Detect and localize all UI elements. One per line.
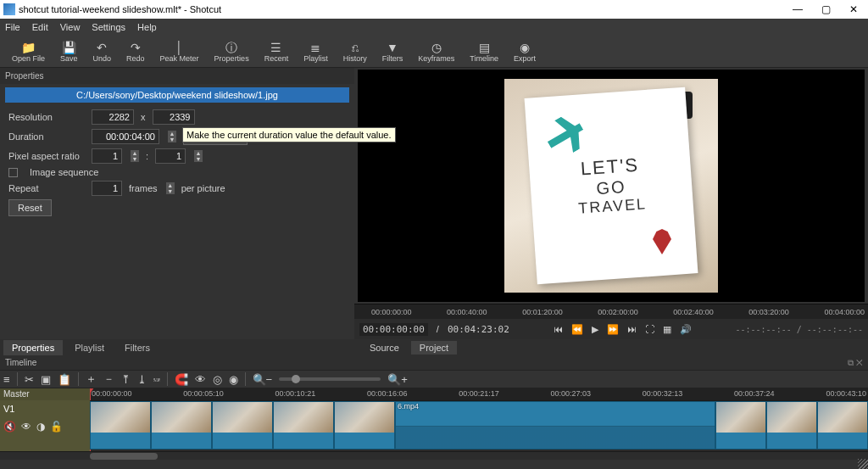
- toolbar-open-file[interactable]: 📁Open File: [5, 39, 52, 64]
- source-file-path: C:/Users/sony/Desktop/weekend slideshow/…: [5, 87, 349, 103]
- toolbar-keyframes[interactable]: ◷Keyframes: [411, 39, 461, 64]
- save-icon: 💾: [62, 41, 76, 54]
- tracks-area[interactable]: 00:00:00:00 00:00:05:10 00:00:10:21 00:0…: [90, 388, 868, 451]
- clip-3[interactable]: [212, 401, 273, 449]
- tl-menu-button[interactable]: ≡: [3, 373, 10, 386]
- menu-help[interactable]: Help: [137, 22, 157, 32]
- rewind-button[interactable]: ⏪: [571, 324, 583, 335]
- track-v1[interactable]: V1 🔇 👁 ◑ 🔓: [0, 400, 90, 451]
- play-button[interactable]: ▶: [592, 324, 598, 335]
- clip-2[interactable]: [151, 401, 212, 449]
- preview-viewport[interactable]: LET'S GO TRAVEL: [358, 70, 865, 302]
- tl-scrub-button[interactable]: 👁: [195, 373, 206, 386]
- zoom-button[interactable]: ⛶: [645, 324, 654, 335]
- tab-project[interactable]: Project: [411, 341, 457, 355]
- track-master[interactable]: Master: [0, 388, 90, 400]
- preview-text-1: LET'S: [580, 154, 640, 181]
- skip-next-button[interactable]: ⏭: [627, 324, 637, 335]
- tab-filters[interactable]: Filters: [116, 340, 159, 355]
- grid-button[interactable]: ▦: [663, 324, 671, 335]
- track-hide-icon[interactable]: 👁: [21, 421, 31, 433]
- par-a-field[interactable]: 1: [92, 148, 122, 164]
- filters-icon: ▼: [387, 41, 398, 54]
- par-label: Pixel aspect ratio: [8, 151, 85, 161]
- resolution-height: 2339: [153, 109, 195, 125]
- track-lock-icon[interactable]: 🔓: [50, 421, 63, 433]
- window-title: shotcut tutorial-weekend slideshow.mlt* …: [19, 4, 221, 14]
- smpte-display: --:--:--:-- / --:--:--:--: [735, 325, 863, 334]
- volume-button[interactable]: 🔊: [680, 324, 692, 335]
- clip-4[interactable]: [273, 401, 334, 449]
- redo-icon: ↷: [131, 41, 141, 54]
- clip-6[interactable]: 6.mp4: [395, 401, 715, 449]
- image-sequence-checkbox[interactable]: [8, 168, 18, 177]
- repeat-field[interactable]: 1: [92, 181, 122, 196]
- total-time: 00:04:23:02: [448, 324, 509, 335]
- clip-7[interactable]: [715, 401, 766, 449]
- timeline-ruler[interactable]: 00:00:00:00 00:00:05:10 00:00:10:21 00:0…: [90, 388, 868, 400]
- skip-prev-button[interactable]: ⏮: [554, 324, 563, 335]
- repeat-spinner[interactable]: ▲▼: [166, 182, 175, 194]
- timeline-pop-out[interactable]: ⧉ ✕: [848, 358, 863, 368]
- tl-ripple-button[interactable]: ◎: [213, 373, 222, 386]
- toolbar-timeline[interactable]: ▤Timeline: [463, 39, 505, 64]
- tab-source[interactable]: Source: [361, 341, 408, 355]
- par-b-spinner[interactable]: ▲▼: [194, 150, 203, 162]
- tl-copy-button[interactable]: ▣: [41, 373, 51, 386]
- keyframes-icon: ◷: [431, 41, 442, 54]
- tl-zoom-slider[interactable]: [279, 377, 381, 381]
- toolbar-filters[interactable]: ▼Filters: [376, 39, 410, 64]
- tl-overwrite-button[interactable]: ⤓: [137, 373, 147, 386]
- par-a-spinner[interactable]: ▲▼: [131, 150, 139, 162]
- resize-grip[interactable]: [858, 459, 868, 469]
- export-icon: ◉: [520, 41, 530, 54]
- tl-cut-button[interactable]: ✂: [25, 373, 34, 386]
- toolbar-undo[interactable]: ↶Undo: [86, 39, 119, 64]
- tl-snap-button[interactable]: 🧲: [175, 373, 188, 386]
- tl-ripple-all-button[interactable]: ◉: [229, 373, 238, 386]
- duration-field[interactable]: 00:00:04:00: [92, 129, 159, 144]
- toolbar-playlist[interactable]: ≣Playlist: [297, 39, 335, 64]
- timeline-hscrollbar[interactable]: [0, 451, 868, 460]
- tl-zoom-out-button[interactable]: 🔍−: [253, 373, 273, 386]
- preview-panel: LET'S GO TRAVEL 00:00:00:00 00:00:40:00 …: [354, 68, 868, 356]
- track-composite-icon[interactable]: ◑: [36, 421, 45, 433]
- info-icon: ⓘ: [225, 41, 237, 54]
- track-headers: Master V1 🔇 👁 ◑ 🔓: [0, 388, 90, 451]
- toolbar-save[interactable]: 💾Save: [53, 39, 85, 64]
- tl-zoom-in-button[interactable]: 🔍+: [387, 373, 408, 386]
- clip-1[interactable]: [90, 401, 151, 449]
- tl-lift-button[interactable]: ⤒: [121, 373, 131, 386]
- toolbar-redo[interactable]: ↷Redo: [120, 39, 152, 64]
- clip-5[interactable]: [334, 401, 395, 449]
- toolbar-peak-meter[interactable]: │Peak Meter: [153, 39, 206, 64]
- duration-spinner[interactable]: ▲▼: [168, 131, 176, 142]
- preview-ruler[interactable]: 00:00:00:00 00:00:40:00 00:01:20:00 00:0…: [354, 304, 868, 319]
- track-mute-icon[interactable]: 🔇: [3, 421, 16, 433]
- tl-paste-button[interactable]: 📋: [58, 373, 71, 386]
- menu-view[interactable]: View: [60, 22, 81, 32]
- toolbar-history[interactable]: ⎌History: [337, 39, 374, 64]
- toolbar-properties[interactable]: ⓘProperties: [208, 39, 256, 64]
- toolbar-recent[interactable]: ☰Recent: [258, 39, 296, 64]
- fast-forward-button[interactable]: ⏩: [607, 324, 619, 335]
- tab-properties[interactable]: Properties: [3, 340, 63, 355]
- menu-settings[interactable]: Settings: [92, 22, 125, 32]
- tl-remove-button[interactable]: －: [103, 371, 114, 387]
- maximize-button[interactable]: ▢: [821, 3, 831, 15]
- tl-split-button[interactable]: ⎃: [153, 373, 160, 386]
- playlist-icon: ≣: [310, 41, 320, 54]
- clip-8[interactable]: [766, 401, 817, 449]
- tab-playlist[interactable]: Playlist: [66, 340, 113, 355]
- toolbar-export[interactable]: ◉Export: [507, 39, 542, 64]
- clip-9[interactable]: [817, 401, 868, 449]
- menu-edit[interactable]: Edit: [32, 22, 48, 32]
- minimize-button[interactable]: —: [793, 3, 803, 15]
- repeat-unit: frames: [129, 183, 158, 193]
- menu-file[interactable]: File: [5, 22, 20, 32]
- par-b-field[interactable]: 1: [155, 148, 186, 164]
- position-time[interactable]: 00:00:00:00: [359, 323, 428, 336]
- close-button[interactable]: ✕: [849, 3, 858, 15]
- reset-button[interactable]: Reset: [8, 199, 52, 216]
- tl-append-button[interactable]: ＋: [86, 371, 97, 387]
